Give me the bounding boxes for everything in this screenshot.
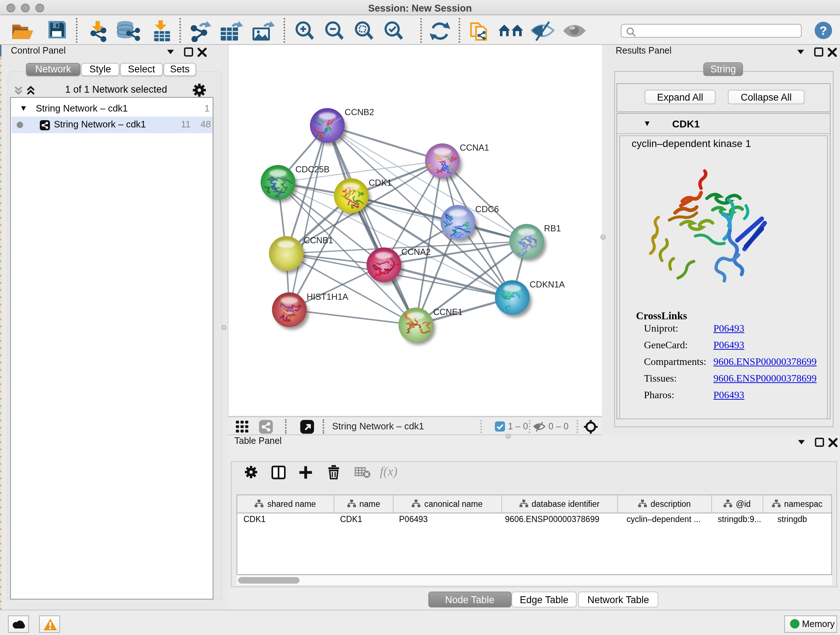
svg-text:?: ? [820,24,827,37]
svg-text:CDK1: CDK1 [369,178,392,187]
svg-text:CDC6: CDC6 [475,204,499,214]
svg-text:CCNE1: CCNE1 [433,307,462,317]
svg-text:CCNB2: CCNB2 [345,107,374,117]
svg-text:RB1: RB1 [544,223,561,233]
svg-text:CCNA2: CCNA2 [401,247,431,257]
svg-text:CDKN1A: CDKN1A [530,279,565,289]
svg-text:CCNA1: CCNA1 [460,143,489,152]
svg-text:HIST1H1A: HIST1H1A [307,292,348,302]
svg-text:CDC25B: CDC25B [295,165,330,174]
svg-text:CCNB1: CCNB1 [303,235,333,245]
